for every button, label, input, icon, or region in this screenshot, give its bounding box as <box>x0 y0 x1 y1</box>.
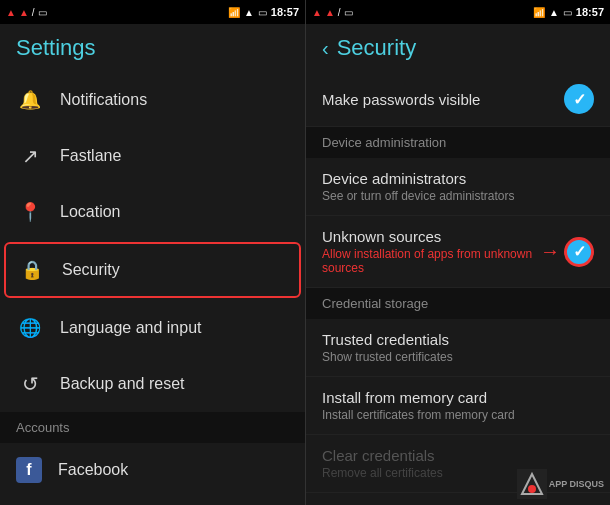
back-arrow-icon[interactable]: ‹ <box>322 37 329 60</box>
status-icons-left: ▲ ▲ / ▭ <box>6 7 47 18</box>
install-memory-card-text: Install from memory card Install certifi… <box>322 389 594 422</box>
battery-icon: ▭ <box>258 7 267 18</box>
clear-credentials-title: Clear credentials <box>322 447 594 464</box>
unknown-sources-item[interactable]: Unknown sources Allow installation of ap… <box>306 216 610 288</box>
status-right-right: 📶 ▲ ▭ 18:57 <box>533 6 604 18</box>
make-passwords-toggle[interactable]: ✓ <box>564 84 594 114</box>
red-arrow-icon: → <box>540 240 560 263</box>
notifications-label: Notifications <box>60 91 147 109</box>
unknown-sources-title: Unknown sources <box>322 228 540 245</box>
settings-title: Settings <box>16 35 96 61</box>
trusted-credentials-item[interactable]: Trusted credentials Show trusted certifi… <box>306 319 610 377</box>
watermark-text: APP DISQUS <box>549 479 604 489</box>
signal-icon: ▲ <box>6 7 16 18</box>
time-right: 18:57 <box>576 6 604 18</box>
make-passwords-text: Make passwords visible <box>322 91 564 108</box>
app-title-bar-left: Settings <box>0 24 305 72</box>
signal-r-icon: ▲ <box>312 7 322 18</box>
install-memory-card-title: Install from memory card <box>322 389 594 406</box>
menu-item-fastlane[interactable]: ↗ Fastlane <box>0 128 305 184</box>
menu-item-notifications[interactable]: 🔔 Notifications <box>0 72 305 128</box>
divider-r-icon: / <box>338 7 341 18</box>
facebook-icon: f <box>16 457 42 483</box>
fastlane-icon: ↗ <box>16 142 44 170</box>
status-bar-right: ▲ ▲ / ▭ 📶 ▲ ▭ 18:57 <box>306 0 610 24</box>
install-memory-card-item[interactable]: Install from memory card Install certifi… <box>306 377 610 435</box>
unknown-sources-arrow: → ✓ <box>540 237 594 267</box>
notifications-icon: 🔔 <box>16 86 44 114</box>
backup-icon: ↺ <box>16 370 44 398</box>
battery-r-icon: ▭ <box>563 7 572 18</box>
app-watermark: APP DISQUS <box>517 469 604 499</box>
language-icon: 🌐 <box>16 314 44 342</box>
location-label: Location <box>60 203 121 221</box>
battery-r-icon-left: ▭ <box>344 7 353 18</box>
backup-label: Backup and reset <box>60 375 185 393</box>
fastlane-label: Fastlane <box>60 147 121 165</box>
accounts-section-label: Accounts <box>0 412 305 443</box>
install-memory-card-subtitle: Install certificates from memory card <box>322 408 594 422</box>
menu-item-location[interactable]: 📍 Location <box>0 184 305 240</box>
svg-point-2 <box>528 485 536 493</box>
phone-icon: 📶 <box>228 7 240 18</box>
trusted-credentials-title: Trusted credentials <box>322 331 594 348</box>
status-right-left: 📶 ▲ ▭ 18:57 <box>228 6 299 18</box>
menu-item-backup[interactable]: ↺ Backup and reset <box>0 356 305 412</box>
facebook-label: Facebook <box>58 461 128 479</box>
unknown-sources-toggle[interactable]: ✓ <box>564 237 594 267</box>
signal2-r-icon: ▲ <box>325 7 335 18</box>
wifi-icon-left: ▲ <box>244 7 254 18</box>
menu-item-facebook[interactable]: f Facebook <box>0 443 305 497</box>
right-panel: ▲ ▲ / ▭ 📶 ▲ ▭ 18:57 ‹ Security Make pass… <box>305 0 610 505</box>
phone-r-icon: 📶 <box>533 7 545 18</box>
language-label: Language and input <box>60 319 201 337</box>
unknown-sources-text: Unknown sources Allow installation of ap… <box>322 228 540 275</box>
unknown-sources-check: ✓ <box>573 242 586 261</box>
app-logo-icon <box>517 469 547 499</box>
location-icon: 📍 <box>16 198 44 226</box>
status-bar-left: ▲ ▲ / ▭ 📶 ▲ ▭ 18:57 <box>0 0 305 24</box>
device-admin-section-header: Device administration <box>306 127 610 158</box>
left-panel: ▲ ▲ / ▭ 📶 ▲ ▭ 18:57 Settings 🔔 Notificat… <box>0 0 305 505</box>
make-passwords-title: Make passwords visible <box>322 91 564 108</box>
trusted-credentials-subtitle: Show trusted certificates <box>322 350 594 364</box>
unknown-sources-subtitle: Allow installation of apps from unknown … <box>322 247 540 275</box>
signal2-icon: ▲ <box>19 7 29 18</box>
security-page-title: Security <box>337 35 416 61</box>
time-left: 18:57 <box>271 6 299 18</box>
right-panel-wrapper: ▲ ▲ / ▭ 📶 ▲ ▭ 18:57 ‹ Security Make pass… <box>305 0 610 505</box>
battery-icon-left: ▭ <box>38 7 47 18</box>
security-icon: 🔒 <box>18 256 46 284</box>
menu-item-language[interactable]: 🌐 Language and input <box>0 300 305 356</box>
device-administrators-text: Device administrators See or turn off de… <box>322 170 594 203</box>
device-administrators-subtitle: See or turn off device administrators <box>322 189 594 203</box>
make-passwords-visible-item[interactable]: Make passwords visible ✓ <box>306 72 610 127</box>
wifi-r-icon: ▲ <box>549 7 559 18</box>
security-label: Security <box>62 261 120 279</box>
status-icons-right-left: ▲ ▲ / ▭ <box>312 7 353 18</box>
credential-storage-section-header: Credential storage <box>306 288 610 319</box>
device-administrators-item[interactable]: Device administrators See or turn off de… <box>306 158 610 216</box>
device-administrators-title: Device administrators <box>322 170 594 187</box>
trusted-credentials-text: Trusted credentials Show trusted certifi… <box>322 331 594 364</box>
app-title-bar-right: ‹ Security <box>306 24 610 72</box>
make-passwords-check: ✓ <box>573 90 586 109</box>
divider-icon: / <box>32 7 35 18</box>
menu-item-security[interactable]: 🔒 Security <box>4 242 301 298</box>
